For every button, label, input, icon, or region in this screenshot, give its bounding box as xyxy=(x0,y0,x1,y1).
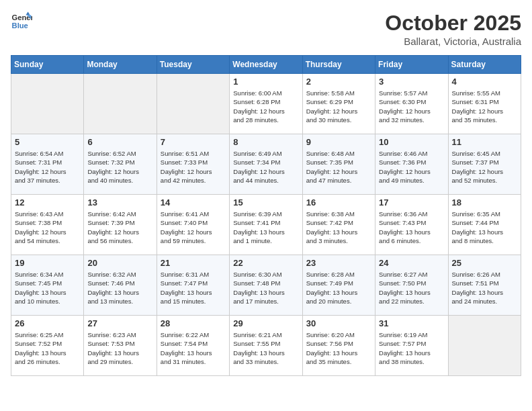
title-block: October 2025 Ballarat, Victoria, Austral… xyxy=(385,11,521,47)
day-number: 18 xyxy=(452,197,517,208)
day-number: 1 xyxy=(233,77,298,87)
day-info: Sunrise: 6:35 AM Sunset: 7:44 PM Dayligh… xyxy=(452,210,517,245)
calendar-cell: 1Sunrise: 6:00 AM Sunset: 6:28 PM Daylig… xyxy=(230,74,302,134)
day-info: Sunrise: 6:39 AM Sunset: 7:41 PM Dayligh… xyxy=(233,210,298,245)
day-number: 7 xyxy=(161,137,226,147)
calendar-table: SundayMondayTuesdayWednesdayThursdayFrid… xyxy=(11,55,521,376)
day-number: 6 xyxy=(87,137,152,147)
day-number: 8 xyxy=(233,137,298,147)
calendar-cell: 25Sunrise: 6:26 AM Sunset: 7:51 PM Dayli… xyxy=(448,255,521,316)
svg-text:Blue: Blue xyxy=(12,21,28,30)
day-number: 10 xyxy=(379,137,444,147)
weekday-header-thursday: Thursday xyxy=(302,56,375,74)
calendar-cell xyxy=(448,316,521,376)
day-info: Sunrise: 6:46 AM Sunset: 7:36 PM Dayligh… xyxy=(379,149,444,185)
day-number: 16 xyxy=(306,197,371,208)
calendar-cell: 12Sunrise: 6:43 AM Sunset: 7:38 PM Dayli… xyxy=(11,195,84,255)
calendar-cell: 7Sunrise: 6:51 AM Sunset: 7:33 PM Daylig… xyxy=(157,134,229,195)
day-info: Sunrise: 6:31 AM Sunset: 7:47 PM Dayligh… xyxy=(161,270,226,306)
weekday-header-monday: Monday xyxy=(84,56,157,74)
weekday-header-sunday: Sunday xyxy=(11,56,84,74)
day-number: 19 xyxy=(15,258,80,268)
calendar-cell xyxy=(157,74,229,134)
day-number: 13 xyxy=(87,197,152,208)
week-row-4: 19Sunrise: 6:34 AM Sunset: 7:45 PM Dayli… xyxy=(11,255,521,316)
calendar-cell: 17Sunrise: 6:36 AM Sunset: 7:43 PM Dayli… xyxy=(375,195,448,255)
calendar-cell: 11Sunrise: 6:45 AM Sunset: 7:37 PM Dayli… xyxy=(448,134,521,195)
day-info: Sunrise: 6:26 AM Sunset: 7:51 PM Dayligh… xyxy=(452,270,517,306)
calendar-cell: 22Sunrise: 6:30 AM Sunset: 7:48 PM Dayli… xyxy=(230,255,302,316)
day-info: Sunrise: 6:45 AM Sunset: 7:37 PM Dayligh… xyxy=(452,149,517,185)
calendar-cell xyxy=(11,74,84,134)
weekday-header-tuesday: Tuesday xyxy=(157,56,229,74)
calendar-cell: 30Sunrise: 6:20 AM Sunset: 7:56 PM Dayli… xyxy=(302,316,375,376)
calendar-cell: 18Sunrise: 6:35 AM Sunset: 7:44 PM Dayli… xyxy=(448,195,521,255)
calendar-cell: 5Sunrise: 6:54 AM Sunset: 7:31 PM Daylig… xyxy=(11,134,84,195)
day-info: Sunrise: 6:43 AM Sunset: 7:38 PM Dayligh… xyxy=(15,210,80,245)
day-info: Sunrise: 5:58 AM Sunset: 6:29 PM Dayligh… xyxy=(306,89,371,124)
day-info: Sunrise: 6:48 AM Sunset: 7:35 PM Dayligh… xyxy=(306,149,371,185)
calendar-cell xyxy=(84,74,157,134)
calendar-cell: 4Sunrise: 5:55 AM Sunset: 6:31 PM Daylig… xyxy=(448,74,521,134)
day-info: Sunrise: 6:21 AM Sunset: 7:55 PM Dayligh… xyxy=(233,330,298,366)
day-number: 29 xyxy=(233,318,298,328)
day-number: 30 xyxy=(306,318,371,328)
calendar-body: 1Sunrise: 6:00 AM Sunset: 6:28 PM Daylig… xyxy=(11,74,521,376)
weekday-header-wednesday: Wednesday xyxy=(230,56,302,74)
day-info: Sunrise: 6:36 AM Sunset: 7:43 PM Dayligh… xyxy=(379,210,444,245)
day-number: 25 xyxy=(452,258,517,268)
day-number: 15 xyxy=(233,197,298,208)
calendar-cell: 24Sunrise: 6:27 AM Sunset: 7:50 PM Dayli… xyxy=(375,255,448,316)
calendar-cell: 15Sunrise: 6:39 AM Sunset: 7:41 PM Dayli… xyxy=(230,195,302,255)
day-info: Sunrise: 6:32 AM Sunset: 7:46 PM Dayligh… xyxy=(87,270,152,306)
day-info: Sunrise: 6:30 AM Sunset: 7:48 PM Dayligh… xyxy=(233,270,298,306)
day-number: 22 xyxy=(233,258,298,268)
day-info: Sunrise: 6:54 AM Sunset: 7:31 PM Dayligh… xyxy=(15,149,80,185)
weekday-header-saturday: Saturday xyxy=(448,56,521,74)
day-number: 31 xyxy=(379,318,444,328)
week-row-3: 12Sunrise: 6:43 AM Sunset: 7:38 PM Dayli… xyxy=(11,195,521,255)
day-info: Sunrise: 6:23 AM Sunset: 7:53 PM Dayligh… xyxy=(87,330,152,366)
day-number: 5 xyxy=(15,137,80,147)
calendar-cell: 31Sunrise: 6:19 AM Sunset: 7:57 PM Dayli… xyxy=(375,316,448,376)
day-info: Sunrise: 6:25 AM Sunset: 7:52 PM Dayligh… xyxy=(15,330,80,366)
week-row-2: 5Sunrise: 6:54 AM Sunset: 7:31 PM Daylig… xyxy=(11,134,521,195)
day-number: 20 xyxy=(87,258,152,268)
calendar-cell: 29Sunrise: 6:21 AM Sunset: 7:55 PM Dayli… xyxy=(230,316,302,376)
day-number: 21 xyxy=(161,258,226,268)
calendar-cell: 6Sunrise: 6:52 AM Sunset: 7:32 PM Daylig… xyxy=(84,134,157,195)
day-info: Sunrise: 6:51 AM Sunset: 7:33 PM Dayligh… xyxy=(161,149,226,185)
calendar-cell: 27Sunrise: 6:23 AM Sunset: 7:53 PM Dayli… xyxy=(84,316,157,376)
calendar-cell: 10Sunrise: 6:46 AM Sunset: 7:36 PM Dayli… xyxy=(375,134,448,195)
day-number: 14 xyxy=(161,197,226,208)
day-number: 26 xyxy=(15,318,80,328)
day-info: Sunrise: 6:19 AM Sunset: 7:57 PM Dayligh… xyxy=(379,330,444,366)
day-info: Sunrise: 6:41 AM Sunset: 7:40 PM Dayligh… xyxy=(161,210,226,245)
day-info: Sunrise: 6:52 AM Sunset: 7:32 PM Dayligh… xyxy=(87,149,152,185)
day-info: Sunrise: 6:49 AM Sunset: 7:34 PM Dayligh… xyxy=(233,149,298,185)
calendar-cell: 14Sunrise: 6:41 AM Sunset: 7:40 PM Dayli… xyxy=(157,195,229,255)
calendar-cell: 16Sunrise: 6:38 AM Sunset: 7:42 PM Dayli… xyxy=(302,195,375,255)
day-info: Sunrise: 6:42 AM Sunset: 7:39 PM Dayligh… xyxy=(87,210,152,245)
week-row-1: 1Sunrise: 6:00 AM Sunset: 6:28 PM Daylig… xyxy=(11,74,521,134)
day-info: Sunrise: 6:20 AM Sunset: 7:56 PM Dayligh… xyxy=(306,330,371,366)
day-number: 28 xyxy=(161,318,226,328)
calendar-cell: 26Sunrise: 6:25 AM Sunset: 7:52 PM Dayli… xyxy=(11,316,84,376)
weekday-header: SundayMondayTuesdayWednesdayThursdayFrid… xyxy=(11,56,521,74)
day-number: 2 xyxy=(306,77,371,87)
logo: General Blue xyxy=(11,11,32,32)
day-number: 17 xyxy=(379,197,444,208)
day-number: 23 xyxy=(306,258,371,268)
calendar-cell: 28Sunrise: 6:22 AM Sunset: 7:54 PM Dayli… xyxy=(157,316,229,376)
calendar-cell: 3Sunrise: 5:57 AM Sunset: 6:30 PM Daylig… xyxy=(375,74,448,134)
calendar-cell: 9Sunrise: 6:48 AM Sunset: 7:35 PM Daylig… xyxy=(302,134,375,195)
page-header: General Blue October 2025 Ballarat, Vict… xyxy=(11,11,521,47)
day-number: 27 xyxy=(87,318,152,328)
calendar-cell: 20Sunrise: 6:32 AM Sunset: 7:46 PM Dayli… xyxy=(84,255,157,316)
weekday-header-friday: Friday xyxy=(375,56,448,74)
day-number: 11 xyxy=(452,137,517,147)
calendar-cell: 19Sunrise: 6:34 AM Sunset: 7:45 PM Dayli… xyxy=(11,255,84,316)
day-info: Sunrise: 5:57 AM Sunset: 6:30 PM Dayligh… xyxy=(379,89,444,124)
logo-icon: General Blue xyxy=(11,11,32,32)
day-number: 24 xyxy=(379,258,444,268)
